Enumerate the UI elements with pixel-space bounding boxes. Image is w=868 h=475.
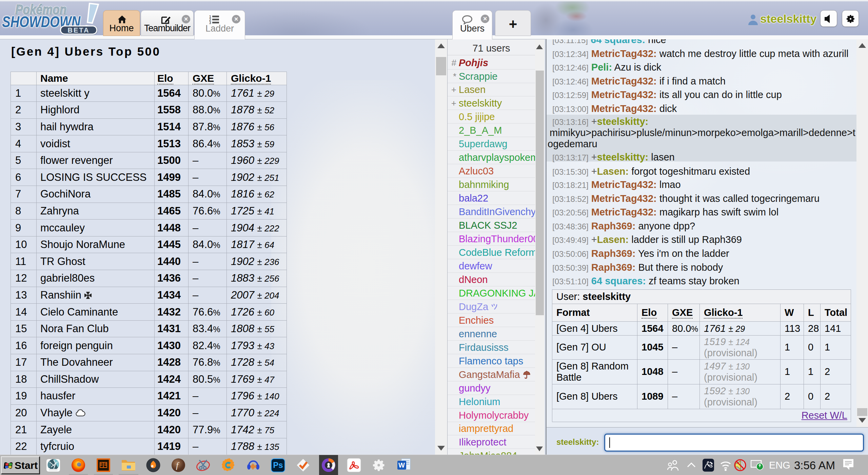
svg-text:W: W — [398, 461, 405, 469]
